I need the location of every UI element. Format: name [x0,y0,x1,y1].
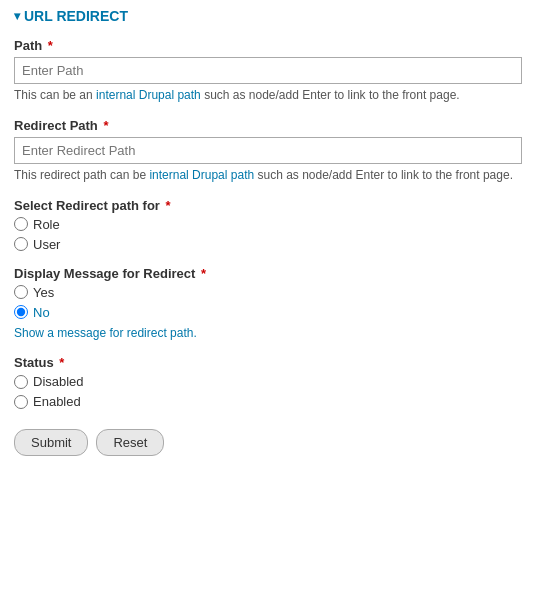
redirect-path-required: * [100,118,109,133]
radio-yes-label[interactable]: Yes [33,285,54,300]
radio-enabled[interactable] [14,395,28,409]
radio-item-enabled: Enabled [14,394,522,409]
radio-item-disabled: Disabled [14,374,522,389]
radio-item-role: Role [14,217,522,232]
radio-enabled-label[interactable]: Enabled [33,394,81,409]
path-input[interactable] [14,57,522,84]
select-redirect-group: Select Redirect path for * Role User [14,198,522,252]
radio-user[interactable] [14,237,28,251]
redirect-path-help: This redirect path can be internal Drupa… [14,167,522,184]
status-label: Status * [14,355,522,370]
redirect-path-group: Redirect Path * This redirect path can b… [14,118,522,184]
select-redirect-required: * [162,198,171,213]
path-group: Path * This can be an internal Drupal pa… [14,38,522,104]
radio-role-label[interactable]: Role [33,217,60,232]
display-message-help: Show a message for redirect path. [14,325,522,342]
status-radio-group: Disabled Enabled [14,374,522,409]
radio-item-yes: Yes [14,285,522,300]
radio-no[interactable] [14,305,28,319]
radio-role[interactable] [14,217,28,231]
radio-no-label[interactable]: No [33,305,50,320]
display-message-radio-group: Yes No [14,285,522,320]
radio-disabled[interactable] [14,375,28,389]
display-message-required: * [197,266,206,281]
radio-yes[interactable] [14,285,28,299]
redirect-path-input[interactable] [14,137,522,164]
radio-disabled-label[interactable]: Disabled [33,374,84,389]
radio-item-no: No [14,305,522,320]
submit-button[interactable]: Submit [14,429,88,456]
radio-item-user: User [14,237,522,252]
select-redirect-radio-group: Role User [14,217,522,252]
status-required: * [56,355,65,370]
display-message-label: Display Message for Redirect * [14,266,522,281]
title-text: URL REDIRECT [24,8,128,24]
chevron-icon: ▾ [14,9,20,23]
status-group: Status * Disabled Enabled [14,355,522,409]
button-row: Submit Reset [14,429,522,456]
page-title: ▾ URL REDIRECT [14,8,522,24]
select-redirect-label: Select Redirect path for * [14,198,522,213]
display-message-group: Display Message for Redirect * Yes No Sh… [14,266,522,342]
path-label: Path * [14,38,522,53]
redirect-path-label: Redirect Path * [14,118,522,133]
path-help: This can be an internal Drupal path such… [14,87,522,104]
reset-button[interactable]: Reset [96,429,164,456]
radio-user-label[interactable]: User [33,237,60,252]
path-required: * [44,38,53,53]
